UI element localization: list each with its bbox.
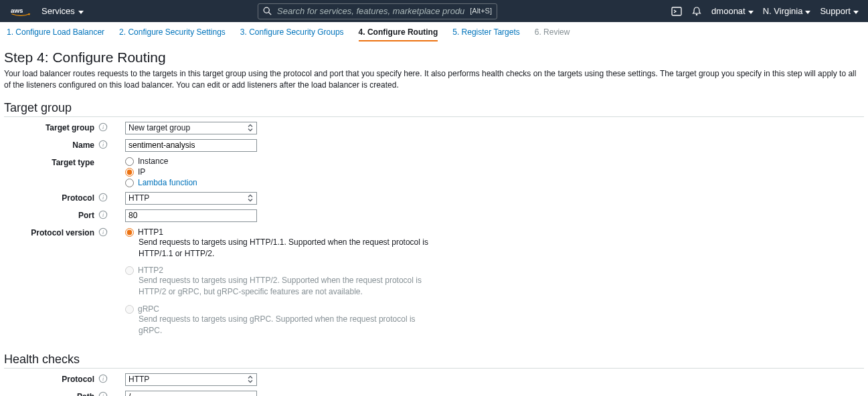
- http2-description: Send requests to targets using HTTP/2. S…: [139, 275, 433, 298]
- radio-lambda[interactable]: [125, 179, 134, 187]
- svg-point-4: [696, 13, 698, 15]
- info-icon[interactable]: i: [97, 192, 109, 202]
- hc-protocol-select[interactable]: HTTP: [125, 373, 257, 386]
- search-input[interactable]: [258, 3, 497, 19]
- account-menu[interactable]: dmoonat: [711, 6, 754, 16]
- path-input[interactable]: [125, 391, 257, 396]
- select-caret-icon: [247, 194, 254, 204]
- info-icon[interactable]: i: [97, 391, 109, 396]
- section-target-group: Target group: [4, 101, 864, 117]
- search-icon: [263, 7, 272, 15]
- wizard-tabs: 1. Configure Load Balancer 2. Configure …: [0, 22, 868, 41]
- radio-instance-label[interactable]: Instance: [138, 157, 168, 166]
- radio-lambda-label[interactable]: Lambda function: [138, 178, 197, 187]
- radio-ip[interactable]: [125, 168, 134, 177]
- section-health-checks: Health checks: [4, 353, 864, 369]
- label-path: Path: [4, 391, 94, 396]
- svg-text:i: i: [102, 195, 104, 201]
- select-caret-icon: [247, 375, 254, 385]
- port-input[interactable]: [125, 209, 257, 222]
- caret-down-icon: [748, 6, 754, 16]
- radio-grpc-label: gRPC: [138, 304, 159, 314]
- radio-http2: [125, 266, 134, 275]
- label-hc-protocol: Protocol: [4, 373, 94, 384]
- svg-text:i: i: [102, 376, 104, 382]
- grpc-description: Send requests to targets using gRPC. Sup…: [139, 314, 433, 336]
- info-icon[interactable]: i: [97, 139, 109, 149]
- svg-line-2: [269, 12, 272, 15]
- label-port: Port: [4, 209, 94, 220]
- info-icon-placeholder: [97, 157, 109, 157]
- svg-text:i: i: [102, 124, 104, 130]
- protocol-select-value: HTTP: [128, 193, 149, 203]
- info-icon[interactable]: i: [97, 209, 109, 219]
- hc-protocol-value: HTTP: [128, 375, 149, 384]
- name-input[interactable]: [125, 139, 257, 152]
- svg-text:i: i: [102, 229, 104, 235]
- radio-instance[interactable]: [125, 157, 134, 166]
- step-description: Your load balancer routes requests to th…: [4, 68, 864, 92]
- tab-configure-routing[interactable]: 4. Configure Routing: [359, 27, 438, 41]
- label-target-type: Target type: [4, 157, 94, 167]
- caret-down-icon: [853, 6, 859, 16]
- info-icon[interactable]: i: [97, 122, 109, 132]
- content: Step 4: Configure Routing Your load bala…: [0, 41, 868, 396]
- search-shortcut: [Alt+S]: [470, 7, 492, 15]
- target-group-select[interactable]: New target group: [125, 122, 257, 134]
- svg-text:i: i: [102, 212, 104, 218]
- region-menu[interactable]: N. Virginia: [763, 6, 811, 16]
- caret-down-icon: [805, 6, 810, 16]
- info-icon[interactable]: i: [97, 373, 109, 383]
- username: dmoonat: [711, 6, 746, 16]
- label-name: Name: [4, 139, 94, 150]
- cloudshell-icon[interactable]: [671, 6, 682, 17]
- notifications-icon[interactable]: [691, 6, 702, 17]
- radio-ip-label[interactable]: IP: [138, 167, 145, 177]
- tab-review: 6. Review: [535, 27, 570, 41]
- radio-grpc: [125, 305, 134, 314]
- tab-register-targets[interactable]: 5. Register Targets: [452, 27, 520, 41]
- http1-description: Send requests to targets using HTTP/1.1.…: [139, 237, 433, 260]
- target-group-select-value: New target group: [128, 123, 190, 132]
- tab-configure-security-groups[interactable]: 3. Configure Security Groups: [240, 27, 344, 41]
- services-menu[interactable]: Services: [41, 6, 84, 16]
- support-menu[interactable]: Support: [820, 6, 859, 16]
- radio-http1[interactable]: [125, 228, 134, 237]
- support-label: Support: [820, 6, 851, 16]
- aws-logo[interactable]: aws: [9, 5, 32, 17]
- label-target-group: Target group: [4, 122, 94, 132]
- svg-text:i: i: [102, 393, 104, 396]
- search-box: [Alt+S]: [258, 3, 497, 19]
- top-nav: aws Services [Alt+S] dmoonat N. Virginia…: [0, 0, 868, 22]
- services-label: Services: [41, 6, 75, 16]
- radio-http1-label[interactable]: HTTP1: [138, 227, 163, 237]
- tab-configure-load-balancer[interactable]: 1. Configure Load Balancer: [7, 27, 104, 41]
- step-title: Step 4: Configure Routing: [4, 50, 864, 66]
- region-label: N. Virginia: [763, 6, 803, 16]
- tab-configure-security-settings[interactable]: 2. Configure Security Settings: [119, 27, 226, 41]
- select-caret-icon: [247, 124, 254, 134]
- radio-http2-label: HTTP2: [138, 266, 163, 275]
- label-protocol: Protocol: [4, 192, 94, 203]
- svg-text:i: i: [102, 142, 104, 148]
- caret-down-icon: [78, 6, 84, 16]
- protocol-select[interactable]: HTTP: [125, 192, 257, 205]
- label-protocol-version: Protocol version: [4, 227, 94, 237]
- svg-point-1: [264, 7, 269, 13]
- svg-text:aws: aws: [11, 6, 23, 13]
- info-icon[interactable]: i: [97, 227, 109, 237]
